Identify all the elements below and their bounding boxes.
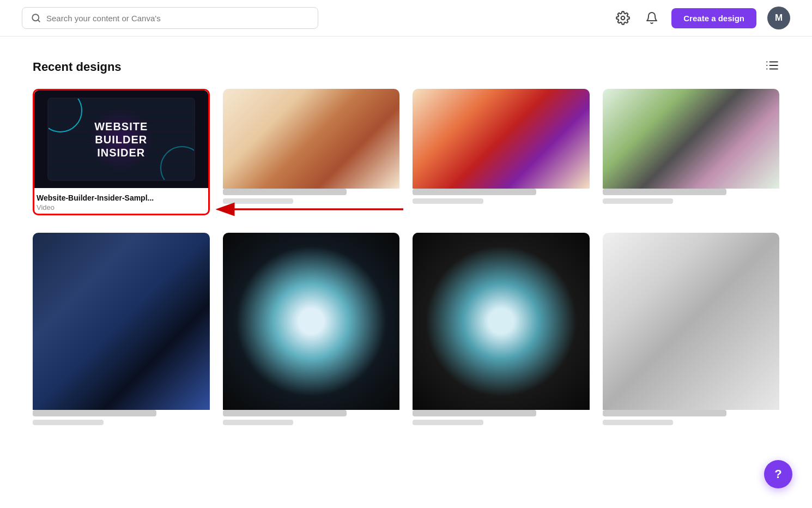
settings-button[interactable] (614, 9, 632, 27)
designs-grid-wrapper: WEBSITEBUILDERINSIDER Website-Builder-In… (33, 89, 779, 425)
avatar[interactable]: M (767, 7, 790, 29)
card-type-wbi: Video (37, 203, 206, 211)
card-thumbnail-5 (33, 233, 210, 410)
help-button[interactable]: ? (764, 460, 792, 488)
main-content: Recent designs (0, 37, 812, 447)
design-card-3[interactable] (413, 89, 590, 215)
search-bar[interactable] (22, 7, 318, 29)
wbi-title-text: WEBSITEBUILDERINSIDER (94, 120, 148, 159)
card-info-8 (603, 410, 780, 425)
design-card-8[interactable] (603, 233, 780, 425)
section-header: Recent designs (33, 58, 779, 76)
card-info-2 (223, 189, 400, 204)
card-info-3 (413, 189, 590, 204)
card-thumbnail-7 (413, 233, 590, 410)
card-thumbnail-8 (603, 233, 780, 410)
gear-icon (616, 11, 630, 25)
design-card-5[interactable] (33, 233, 210, 425)
bell-icon (645, 11, 658, 25)
design-card-2[interactable] (223, 89, 400, 215)
card-thumbnail-3 (413, 89, 590, 189)
card-info-4 (603, 189, 780, 204)
card-thumbnail-wbi: WEBSITEBUILDERINSIDER (34, 90, 208, 188)
card-info-wbi: Website-Builder-Insider-Sampl... Video (34, 188, 208, 214)
designs-grid: WEBSITEBUILDERINSIDER Website-Builder-In… (33, 89, 779, 425)
design-card-wbi[interactable]: WEBSITEBUILDERINSIDER Website-Builder-In… (33, 89, 210, 215)
design-card-6[interactable] (223, 233, 400, 425)
notifications-button[interactable] (643, 9, 660, 27)
card-info-5 (33, 410, 210, 425)
search-icon (31, 13, 41, 23)
section-title: Recent designs (33, 60, 122, 74)
create-design-button[interactable]: Create a design (671, 8, 756, 28)
design-card-4[interactable] (603, 89, 780, 215)
list-view-button[interactable] (765, 58, 779, 76)
card-thumbnail-2 (223, 89, 400, 189)
list-view-icon (765, 58, 779, 72)
svg-line-1 (38, 20, 39, 21)
search-input[interactable] (46, 14, 309, 23)
svg-point-2 (621, 16, 625, 20)
header-icons: Create a design M (614, 7, 790, 29)
header: Create a design M (0, 0, 812, 37)
card-info-7 (413, 410, 590, 425)
design-card-7[interactable] (413, 233, 590, 425)
card-title-wbi: Website-Builder-Insider-Sampl... (37, 193, 206, 202)
card-thumbnail-6 (223, 233, 400, 410)
card-thumbnail-4 (603, 89, 780, 189)
card-info-6 (223, 410, 400, 425)
